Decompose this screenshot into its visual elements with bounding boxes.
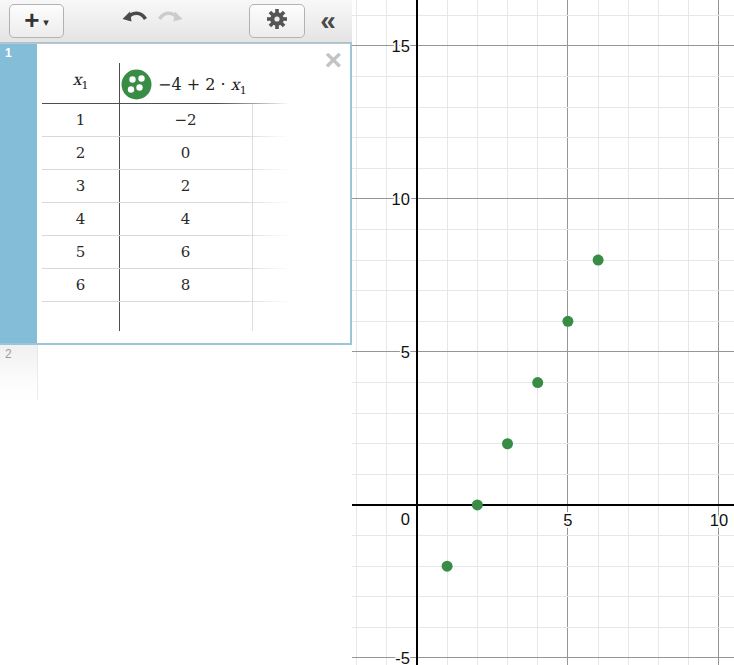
scatter-icon[interactable]	[121, 69, 152, 100]
expression-panel: + ▾	[0, 0, 352, 665]
toolbar: + ▾	[0, 0, 352, 43]
data-point	[532, 377, 543, 388]
table-cell-y[interactable]: 2	[119, 170, 252, 203]
settings-button[interactable]	[249, 4, 305, 38]
expression-gutter-selected[interactable]: 1	[0, 44, 37, 343]
chevron-down-icon: ▾	[43, 16, 49, 29]
expression-index: 1	[5, 46, 12, 60]
table-cell-y[interactable]: 0	[119, 137, 252, 170]
data-point	[502, 438, 513, 449]
collapse-panel-button[interactable]: «	[310, 1, 346, 41]
table-row: 6 8	[42, 269, 290, 302]
redo-button[interactable]	[153, 8, 185, 34]
gear-icon	[264, 6, 290, 36]
svg-text:0: 0	[401, 510, 410, 528]
table-row: 3 2	[42, 170, 290, 203]
table-cell-y[interactable]: −2	[119, 104, 252, 137]
expression-gutter[interactable]: 2	[0, 345, 38, 400]
table-column-header-expression[interactable]: −4 + 2 · x1	[158, 75, 247, 97]
add-expression-button[interactable]: + ▾	[9, 4, 64, 38]
double-chevron-left-icon: «	[320, 5, 336, 37]
data-point	[593, 255, 604, 266]
table-cell-x[interactable]: 4	[42, 203, 119, 236]
expression-row-empty[interactable]: 2	[0, 345, 350, 405]
svg-text:15: 15	[392, 37, 410, 55]
table-cell-x[interactable]: 2	[42, 137, 119, 170]
table-row: 2 0	[42, 137, 290, 170]
table-row: 4 4	[42, 203, 290, 236]
expression-index: 2	[5, 347, 12, 361]
expression-row-table[interactable]: 1 x1 −4 + 2 · x1 1 −2 2	[0, 43, 352, 345]
svg-text:10: 10	[710, 511, 728, 529]
data-point	[562, 316, 573, 327]
table-cell-x[interactable]: 1	[42, 104, 119, 137]
table-column-header-x[interactable]: x1	[42, 70, 119, 92]
desmos-app: 510-5510150 + ▾	[0, 0, 734, 665]
table-cell-x[interactable]: 3	[42, 170, 119, 203]
table-row: 1 −2	[42, 104, 290, 137]
table-cell-y[interactable]: 8	[119, 269, 252, 302]
graph-svg[interactable]: 510-5510150	[352, 0, 734, 665]
plus-icon: +	[24, 5, 39, 35]
svg-text:5: 5	[401, 343, 410, 361]
data-point	[472, 499, 483, 510]
redo-icon	[154, 8, 184, 34]
svg-text:-5: -5	[395, 649, 410, 665]
table-cell-y[interactable]: 4	[119, 203, 252, 236]
undo-button[interactable]	[120, 8, 152, 34]
table-cell-y[interactable]: 6	[119, 236, 252, 269]
undo-icon	[121, 8, 151, 34]
svg-text:5: 5	[563, 511, 572, 529]
table-cell-x[interactable]: 6	[42, 269, 119, 302]
svg-text:10: 10	[392, 190, 410, 208]
table-row: 5 6	[42, 236, 290, 269]
close-icon[interactable]: ×	[324, 45, 342, 75]
data-point	[442, 561, 453, 572]
table-cell-x[interactable]: 5	[42, 236, 119, 269]
